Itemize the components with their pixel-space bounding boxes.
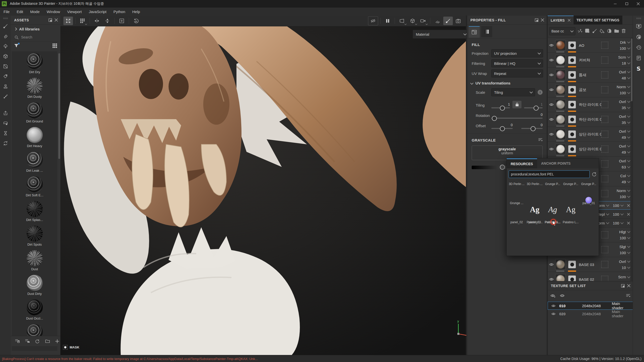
layer-reference-slot[interactable] xyxy=(601,42,608,49)
resource-tile[interactable]: 3D Perlin ... xyxy=(526,181,544,200)
refresh-icon[interactable] xyxy=(592,172,597,177)
substance-share-icon[interactable]: S xyxy=(634,64,643,73)
menu-item[interactable]: Window xyxy=(43,8,64,16)
tiling-x-value[interactable]: 1 xyxy=(508,102,510,106)
layer-row[interactable]: 하단 라이트 01 Ovrl 35 Ovrl 35 xyxy=(548,112,633,127)
layer-mask-thumbnail[interactable] xyxy=(568,145,576,153)
layer-reference-slot[interactable] xyxy=(601,190,608,197)
popout-icon[interactable] xyxy=(621,284,625,288)
close-icon[interactable] xyxy=(55,18,58,22)
layer-visibility-eye-icon[interactable] xyxy=(548,278,555,281)
add-fill-layer-icon[interactable] xyxy=(599,28,605,34)
asset-item[interactable]: Dirt Spots xyxy=(12,224,57,248)
popout-icon[interactable] xyxy=(535,18,538,22)
layer-reference-slot[interactable] xyxy=(601,246,608,253)
blend-mode-dropdown[interactable]: Drk xyxy=(620,40,630,44)
rotation-value[interactable]: 0 xyxy=(541,113,543,117)
effect-opacity-dropdown[interactable]: 100 xyxy=(613,212,623,216)
screenshot-button[interactable] xyxy=(454,17,463,25)
asset-item[interactable]: Dirt Leak ... xyxy=(12,150,57,174)
toolbar-grip[interactable] xyxy=(3,18,8,19)
opacity-dropdown[interactable]: 100 xyxy=(620,251,630,255)
layer-row[interactable]: BASE 03 Ovrl 10 Ovrl 10 xyxy=(548,257,633,272)
layer-reference-slot[interactable] xyxy=(601,57,608,64)
layer-thumbnail[interactable] xyxy=(555,274,566,281)
camera-projection-button[interactable] xyxy=(397,17,407,25)
blend-mode-dropdown[interactable]: Norm xyxy=(617,189,630,193)
layer-reference-slot[interactable] xyxy=(601,116,608,123)
blend-mode-dropdown[interactable]: Norm xyxy=(617,85,630,89)
resource-tile[interactable]: Grunge ... xyxy=(508,200,526,219)
close-icon[interactable] xyxy=(541,18,544,22)
menu-item[interactable]: Python xyxy=(110,8,129,16)
channel-filter-dropdown[interactable]: Base cc xyxy=(549,27,575,35)
projection-tool[interactable] xyxy=(1,42,10,51)
filtering-dropdown[interactable]: Bilinear | HQ xyxy=(491,59,543,67)
close-icon[interactable] xyxy=(627,284,630,287)
smart-material-tool[interactable] xyxy=(1,72,10,81)
layer-mask-thumbnail[interactable] xyxy=(568,276,576,281)
offset-x-slider[interactable] xyxy=(491,128,513,129)
menu-item[interactable]: File xyxy=(0,8,13,16)
delete-layer-icon[interactable] xyxy=(621,28,626,34)
resource-tile[interactable]: Grunge P... xyxy=(562,181,580,200)
assets-scrollbar[interactable] xyxy=(58,53,60,159)
layer-mask-thumbnail[interactable] xyxy=(568,261,576,268)
blend-mode-dropdown[interactable]: Slgt xyxy=(619,245,630,249)
export-icon[interactable] xyxy=(1,109,10,117)
import-resources-icon[interactable] xyxy=(25,339,30,343)
opacity-dropdown[interactable]: 100 xyxy=(620,236,630,240)
tiling-lock-button[interactable] xyxy=(512,101,521,108)
layer-visibility-eye-icon[interactable] xyxy=(548,147,555,151)
blend-mode-dropdown[interactable]: Scrn xyxy=(618,55,630,59)
asset-item[interactable]: Dust Dirty xyxy=(12,273,57,298)
filter-funnel-icon[interactable] xyxy=(14,43,19,49)
add-effect-icon[interactable] xyxy=(578,28,583,34)
layer-thumbnail[interactable] xyxy=(555,99,566,110)
layer-name[interactable]: BASE 02 xyxy=(579,277,594,282)
mesh-display-button[interactable] xyxy=(408,17,417,25)
solo-visibility-icon[interactable] xyxy=(560,294,565,298)
texture-set-visibility-eye-icon[interactable] xyxy=(550,312,557,315)
maximize-button[interactable] xyxy=(621,0,632,8)
blend-mode-dropdown[interactable]: Ovrl xyxy=(619,129,630,133)
blend-mode-dropdown[interactable]: Scrn xyxy=(618,275,630,279)
layer-visibility-eye-icon[interactable] xyxy=(548,132,555,136)
layer-thumbnail[interactable] xyxy=(555,259,566,270)
shading-mode-dropdown[interactable]: Material xyxy=(413,30,469,39)
remove-effect-icon[interactable] xyxy=(627,213,630,216)
layer-visibility-eye-icon[interactable] xyxy=(548,263,555,266)
layer-reference-slot[interactable] xyxy=(601,160,608,167)
tab-resources[interactable]: RESOURCES xyxy=(507,158,537,168)
tab-grayscale-source[interactable] xyxy=(481,26,492,37)
asset-item[interactable]: Dirt Soft E... xyxy=(12,174,57,199)
layer-name[interactable]: AO xyxy=(579,43,584,48)
close-icon[interactable] xyxy=(568,19,571,22)
layer-visibility-eye-icon[interactable] xyxy=(548,103,555,106)
asset-item[interactable]: Dirt Splas... xyxy=(12,199,57,224)
layer-mask-thumbnail[interactable] xyxy=(568,86,576,94)
layer-thumbnail[interactable] xyxy=(555,84,566,95)
layer-visibility-eye-icon[interactable] xyxy=(548,73,555,77)
rotation-slider[interactable] xyxy=(491,118,543,119)
grid-view-icon[interactable] xyxy=(52,43,57,49)
layer-reference-slot[interactable] xyxy=(601,261,608,268)
add-smart-material-icon[interactable] xyxy=(585,28,590,34)
model-canvas[interactable] xyxy=(60,26,466,355)
resource-tile[interactable]: Ag Palatino L... xyxy=(526,200,544,219)
layer-name[interactable]: BASE 03 xyxy=(579,262,594,267)
layer-row[interactable]: 곰보 Norm 100 Norm 100 xyxy=(548,82,633,97)
tiling-x-slider[interactable] xyxy=(491,107,510,108)
layer-thumbnail[interactable] xyxy=(555,144,566,154)
opacity-dropdown[interactable]: 10 xyxy=(622,265,630,270)
blend-mode-dropdown[interactable]: Ovrl xyxy=(619,100,630,104)
uv-transformations-header[interactable]: UV transformations xyxy=(471,81,547,85)
layer-visibility-eye-icon[interactable] xyxy=(548,58,555,62)
sync-icon[interactable] xyxy=(1,139,10,148)
layer-name[interactable]: 상단 라이트 03 xyxy=(579,132,601,137)
layer-mask-thumbnail[interactable] xyxy=(568,116,576,123)
opacity-dropdown[interactable]: 49 xyxy=(622,180,630,184)
display-settings-icon[interactable] xyxy=(634,22,643,31)
close-button[interactable] xyxy=(632,0,644,8)
offset-y-value[interactable]: 0 xyxy=(541,123,543,127)
